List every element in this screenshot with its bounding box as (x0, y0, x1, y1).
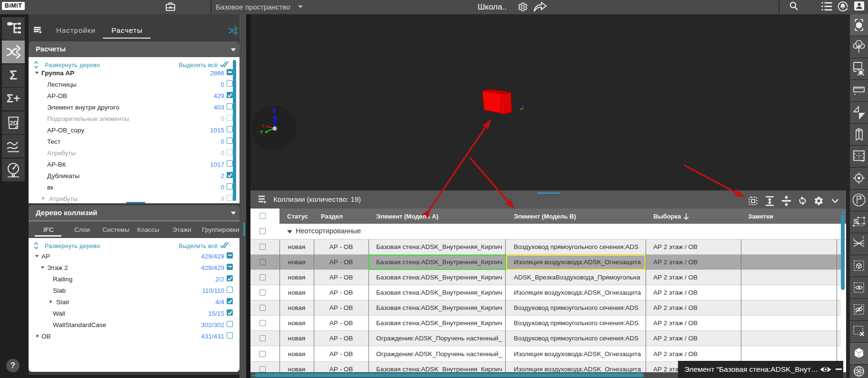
svg-text:X: X (262, 124, 265, 129)
svg-text:Z: Z (273, 108, 276, 114)
svg-text:Y: Y (260, 129, 263, 135)
svg-text:2D: 2D (10, 119, 18, 127)
svg-text:2: 2 (862, 236, 864, 239)
svg-text:1: 1 (853, 238, 855, 241)
